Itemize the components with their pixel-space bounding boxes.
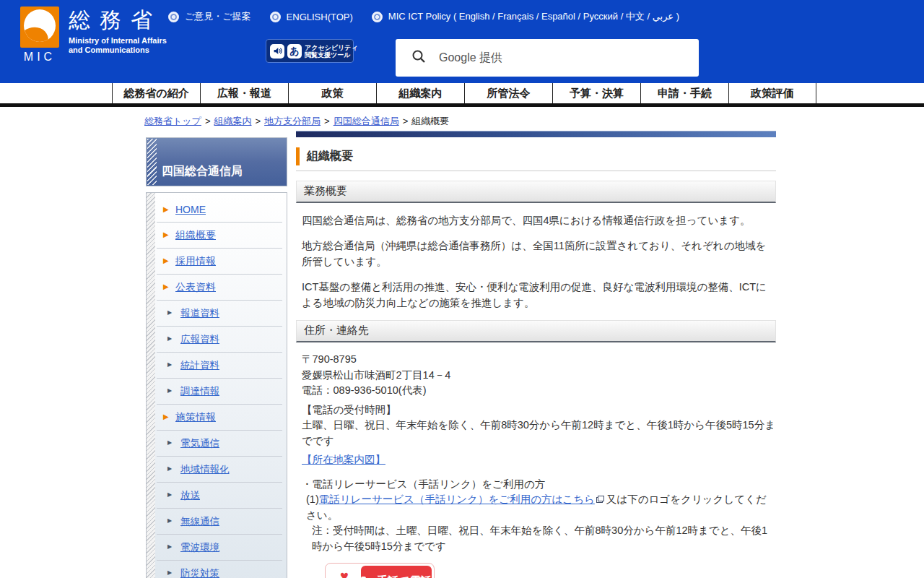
search-icon	[411, 49, 426, 66]
nav-item-pr[interactable]: 広報・報道	[200, 83, 288, 103]
address: 愛媛県松山市味酒町2丁目14－4	[302, 368, 776, 384]
content-top-bar	[296, 131, 776, 137]
breadcrumb-link-organization[interactable]: 組織案内	[214, 116, 252, 126]
sidebar-link-publications[interactable]: 公表資料	[175, 281, 216, 293]
section-heading-contact: 住所・連絡先	[296, 320, 776, 342]
header-link-ict-policy[interactable]: MIC ICT Policy ( English / Français / Es…	[372, 10, 679, 23]
accessibility-label-line2: 閲覧支援ツール	[305, 51, 350, 59]
speaker-icon	[270, 44, 284, 59]
business-paragraph: 四国総合通信局は、総務省の地方支分部局で、四国4県における情報通信行政を担ってい…	[302, 212, 776, 228]
sidebar-link-radio-env[interactable]: 電波環境	[180, 542, 219, 553]
sidebar-link-telecom[interactable]: 電気通信	[180, 438, 219, 449]
nav-item-organization[interactable]: 組織案内	[376, 83, 464, 103]
site-header: MIC 総務省 Ministry of Internal Affairs and…	[0, 0, 924, 83]
business-paragraph: ICT基盤の整備と利活用の推進、安心・便利な電波利用の促進、良好な電波利用環境の…	[302, 279, 776, 311]
page: MIC 総務省 Ministry of Internal Affairs and…	[0, 0, 924, 578]
chevron-right-icon: ▶	[167, 491, 172, 498]
breadcrumb: 総務省トップ>組織案内>地方支分部局>四国総合通信局>組織概要	[144, 115, 449, 128]
sidebar-item-procurement: ▶調達情報	[157, 379, 282, 405]
sidebar-link-press[interactable]: 報道資料	[180, 308, 219, 319]
nav-item-laws[interactable]: 所管法令	[464, 83, 552, 103]
header-link-feedback[interactable]: ご意見・ご提案	[168, 10, 251, 23]
breadcrumb-link-shikoku-bureau[interactable]: 四国総合通信局	[334, 116, 399, 126]
sidebar-item-broadcast: ▶放送	[157, 483, 282, 509]
sidebar-link-recruit[interactable]: 採用情報	[175, 255, 216, 267]
relay-heading: ・電話リレーサービス（手話リンク）をご利用の方	[302, 477, 776, 493]
header-links: ご意見・ご提案 ENGLISH(TOP) MIC ICT Policy ( En…	[168, 10, 679, 23]
sidebar-menu: ▶HOME ▶組織概要 ▶採用情報 ▶公表資料 ▶報道資料 ▶広報資料 ▶統計資…	[146, 192, 287, 578]
breadcrumb-current: 組織概要	[411, 116, 449, 126]
main-content: 組織概要 業務概要 四国総合通信局は、総務省の地方支分部局で、四国4県における情…	[296, 131, 776, 578]
sidebar-link-regional-ict[interactable]: 地域情報化	[180, 464, 230, 475]
header-link-english[interactable]: ENGLISH(TOP)	[270, 12, 353, 22]
postal-code: 〒790-8795	[302, 352, 776, 368]
mic-acronym: MIC	[20, 51, 59, 64]
chevron-right-icon: ▶	[167, 439, 172, 446]
sidebar-link-procurement[interactable]: 調達情報	[180, 386, 219, 397]
mic-logo[interactable]: MIC 総務省 Ministry of Internal Affairs and…	[20, 7, 167, 64]
chevron-right-icon: ▶	[163, 413, 169, 420]
sidebar-item-publications: ▶公表資料	[157, 275, 282, 301]
business-paragraph: 地方総合通信局（沖縄県は総合通信事務所）は、全国11箇所に設置されており、それぞ…	[302, 238, 776, 269]
chevron-right-icon: ▶	[167, 387, 172, 394]
sidebar-link-pr-materials[interactable]: 広報資料	[180, 334, 219, 345]
sidebar-item-measures: ▶施策情報	[157, 405, 282, 431]
global-nav: 総務省の紹介 広報・報道 政策 組織案内 所管法令 予算・決算 申請・手続 政策…	[0, 83, 924, 103]
section-heading-business: 業務概要	[296, 181, 776, 203]
chevron-right-icon: ▶	[163, 205, 169, 213]
relay-service-link[interactable]: 電話リレーサービス（手話リンク）をご利用の方はこちら	[319, 493, 595, 505]
accessibility-tool-button[interactable]: あ アクセシビリティ 閲覧支援ツール	[266, 39, 354, 63]
search-input[interactable]	[439, 51, 683, 64]
chevron-right-icon: ▶	[167, 543, 172, 550]
chevron-right-icon: ▶	[167, 335, 172, 342]
sidebar: 四国総合通信局 ▶HOME ▶組織概要 ▶採用情報 ▶公表資料 ▶報道資料 ▶広…	[146, 137, 287, 578]
sidebar-item-disaster: ▶防災対策	[157, 561, 282, 578]
chevron-right-icon: ▶	[163, 230, 169, 238]
bullseye-icon	[372, 12, 383, 22]
sidebar-item-recruit: ▶採用情報	[157, 249, 282, 275]
location-map-link[interactable]: 【所在地案内図】	[302, 454, 385, 465]
sidebar-item-home: ▶HOME	[157, 197, 282, 223]
sidebar-title: 四国総合通信局	[146, 137, 287, 186]
nav-item-applications[interactable]: 申請・手続	[640, 83, 728, 103]
chevron-right-icon: ▶	[163, 282, 169, 290]
breadcrumb-link-top[interactable]: 総務省トップ	[144, 116, 201, 126]
sidebar-link-wireless[interactable]: 無線通信	[180, 516, 219, 527]
nav-item-budget[interactable]: 予算・決算	[552, 83, 640, 103]
nav-item-evaluation[interactable]: 政策評価	[728, 83, 816, 103]
sidebar-item-wireless: ▶無線通信	[157, 509, 282, 535]
external-link-icon	[596, 496, 604, 503]
sidebar-link-overview[interactable]: 組織概要	[175, 229, 216, 241]
sidebar-link-statistics[interactable]: 統計資料	[180, 360, 219, 371]
chevron-right-icon: ▶	[167, 361, 172, 368]
hiragana-a-icon: あ	[287, 44, 302, 59]
accessibility-label-line1: アクセシビリティ	[305, 44, 358, 51]
chevron-right-icon: ▶	[167, 309, 172, 316]
sidebar-item-pr-materials: ▶広報資料	[157, 327, 282, 353]
relay-note: 注：受付時間は、土曜、日曜、祝日、年末年始を除く、午前8時30分から午前12時ま…	[312, 523, 770, 554]
breadcrumb-link-regional-bureaus[interactable]: 地方支分部局	[264, 116, 321, 126]
phone-number: 電話：089-936-5010(代表)	[302, 383, 776, 399]
sidebar-item-statistics: ▶統計資料	[157, 353, 282, 379]
page-title: 組織概要	[296, 147, 776, 165]
sidebar-item-radio-env: ▶電波環境	[157, 535, 282, 561]
sidebar-link-broadcast[interactable]: 放送	[180, 490, 200, 501]
heart-icon: ♥	[340, 568, 349, 578]
relay-logo-label: 手話で電話	[377, 574, 431, 578]
sidebar-link-measures[interactable]: 施策情報	[175, 411, 216, 423]
bullseye-icon	[270, 12, 281, 22]
sidebar-link-home[interactable]: HOME	[175, 204, 206, 215]
sidebar-item-regional-ict: ▶地域情報化	[157, 457, 282, 483]
mic-ball-icon	[20, 7, 59, 48]
nav-item-policy[interactable]: 政策	[288, 83, 376, 103]
sidebar-item-press: ▶報道資料	[157, 301, 282, 327]
chevron-right-icon: ▶	[167, 569, 172, 576]
chevron-right-icon: ▶	[167, 465, 172, 472]
nav-item-about[interactable]: 総務省の紹介	[112, 83, 200, 103]
sign-language-phone-button[interactable]: ♥ 電話リレーサービス 手話で電話	[325, 563, 435, 578]
hours-text: 土曜、日曜、祝日、年末年始を除く、午前8時30分から午前12時までと、午後1時か…	[302, 418, 776, 449]
sign-phone-icon	[361, 575, 372, 578]
ministry-subtitle-line2: and Communications	[69, 46, 167, 55]
sidebar-link-disaster[interactable]: 防災対策	[180, 568, 219, 578]
hours-label: 【電話の受付時間】	[302, 402, 776, 418]
